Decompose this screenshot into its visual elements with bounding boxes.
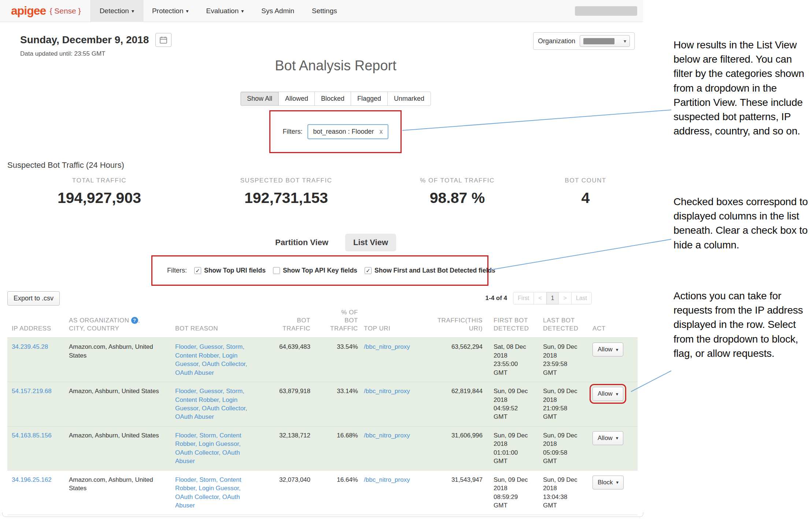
bot-reason-link[interactable]: Storm: [199, 432, 216, 439]
bot-reason-links: Flooder, Storm, Content Robber, Login Gu…: [175, 432, 241, 465]
checkbox-checked-icon[interactable]: ✓: [194, 267, 201, 274]
cell-top-uri: /bbc_nitro_proxy: [361, 470, 421, 515]
annotation-note: Actions you can take for requests from t…: [673, 289, 811, 361]
bot-reason-link[interactable]: Login Guessor: [199, 440, 239, 447]
ip-address-link[interactable]: 54.163.85.156: [12, 432, 52, 439]
bot-reason-link[interactable]: Content Robber: [175, 396, 219, 403]
annotation-note: Checked boxes correspond to displayed co…: [673, 195, 811, 252]
ip-address-link[interactable]: 34.239.45.28: [12, 343, 48, 350]
bot-reason-link[interactable]: Guessor: [199, 388, 222, 395]
page-button-last[interactable]: Last: [571, 292, 592, 304]
bot-reason-link[interactable]: OAuth Abuser: [175, 413, 214, 420]
page-button-prev[interactable]: <: [534, 292, 546, 304]
cell-as-organization: Amazon.com, Ashburn, United States: [66, 470, 172, 515]
bot-reason-link[interactable]: Flooder: [175, 388, 196, 395]
date-block: Sunday, December 9, 2018 Data updated un…: [20, 33, 171, 58]
page-button-first[interactable]: First: [513, 292, 534, 304]
bot-reason-link[interactable]: Content Robber: [175, 352, 219, 359]
tab-allowed[interactable]: Allowed: [278, 92, 315, 106]
close-icon[interactable]: x: [380, 128, 383, 136]
organization-select[interactable]: ▾: [580, 35, 630, 47]
top-uri-link[interactable]: /bbc_nitro_proxy: [364, 388, 410, 395]
stat-total-traffic: TOTAL TRAFFIC194,927,903: [26, 177, 173, 207]
top-uri-link[interactable]: /bbc_nitro_proxy: [364, 343, 410, 350]
cell-bot-traffic: 32,138,712: [251, 426, 313, 470]
bot-reason-link[interactable]: OAuth Abuser: [175, 369, 214, 376]
stat-of-total-traffic: % OF TOTAL TRAFFIC98.87 %: [402, 177, 512, 207]
tab-list-view[interactable]: List View: [345, 234, 396, 251]
calendar-icon: [159, 36, 167, 44]
cell-pct-bot-traffic: 16.68%: [313, 426, 361, 470]
bot-reason-link[interactable]: Flooder: [175, 476, 196, 483]
bot-reason-link[interactable]: Login Guessor: [199, 485, 239, 492]
column-header-ip: IP ADDRESS: [7, 308, 66, 338]
checkbox-show-top-api-key-fields[interactable]: Show Top API Key fields: [273, 267, 357, 274]
cell-action: Allow▾: [584, 338, 638, 382]
bot-reason-links: Flooder, Guessor, Storm, Content Robber,…: [175, 343, 247, 376]
table-row: 54.163.85.156Amazon, Ashburn, United Sta…: [7, 426, 638, 470]
checkbox-show-top-uri-fields[interactable]: ✓Show Top URI fields: [194, 267, 266, 274]
checkbox-show-first-and-last-bot-detected-fields[interactable]: ✓Show First and Last Bot Detected fields: [365, 267, 495, 274]
cell-pct-bot-traffic: 16.64%: [313, 470, 361, 515]
bot-reason-link[interactable]: Flooder: [175, 432, 196, 439]
tab-unmarked[interactable]: Unmarked: [387, 92, 431, 106]
bot-reason-link[interactable]: Storm: [199, 476, 216, 483]
cell-last-bot-detected: Sun, 09 Dec 2018 13:04:38 GMT: [535, 470, 584, 515]
cell-pct-bot-traffic: 33.14%: [313, 382, 361, 426]
nav-item-sys-admin[interactable]: Sys Admin: [252, 0, 303, 22]
top-uri-link[interactable]: /bbc_nitro_proxy: [364, 432, 410, 439]
redacted-account-info: [575, 6, 637, 16]
tab-flagged[interactable]: Flagged: [351, 92, 388, 106]
action-label: Allow: [598, 390, 613, 398]
bot-reason-link[interactable]: OAuth Collector: [202, 361, 246, 367]
question-circle-icon[interactable]: ?: [131, 317, 138, 324]
ip-address-link[interactable]: 54.157.219.68: [12, 388, 52, 395]
page-button-next[interactable]: >: [558, 292, 571, 304]
chevron-down-icon: ▾: [624, 38, 626, 44]
bot-reason-link[interactable]: OAuth Collector: [175, 493, 219, 500]
column-header-pct: % OF BOT TRAFFIC: [313, 308, 361, 338]
page-button-page-1[interactable]: 1: [546, 292, 559, 304]
tab-partition-view[interactable]: Partition View: [275, 238, 328, 247]
bot-reason-link[interactable]: Flooder: [175, 343, 196, 350]
calendar-button[interactable]: [155, 33, 171, 47]
checkbox-checked-icon[interactable]: ✓: [365, 267, 372, 274]
cell-ip-address: 54.163.85.156: [7, 426, 66, 470]
table-header-row: IP ADDRESSAS ORGANIZATION ?, CITY, COUNT…: [7, 308, 638, 338]
column-header-reason: BOT REASON: [172, 308, 251, 338]
bot-reason-link[interactable]: OAuth Collector: [202, 405, 246, 412]
checkbox-unchecked-icon[interactable]: [273, 267, 280, 274]
action-dropdown[interactable]: Allow▾: [593, 343, 623, 356]
ip-address-link[interactable]: 34.196.25.162: [12, 476, 52, 483]
main-nav: Detection▾Protection▾Evaluation▾Sys Admi…: [91, 0, 346, 22]
chevron-down-icon: ▾: [616, 347, 619, 352]
action-dropdown[interactable]: Allow▾: [593, 387, 623, 401]
stat-label: TOTAL TRAFFIC: [26, 177, 173, 184]
stat-bot-count: BOT COUNT4: [549, 177, 622, 207]
connector-line: [402, 110, 671, 130]
nav-item-detection[interactable]: Detection▾: [91, 0, 143, 22]
bot-reason-link[interactable]: Storm: [226, 343, 243, 350]
nav-item-evaluation[interactable]: Evaluation▾: [198, 0, 253, 22]
filter-tag-text: bot_reason : Flooder: [313, 128, 374, 136]
checkbox-label: Show Top URI fields: [204, 267, 266, 274]
bot-reason-link[interactable]: OAuth Collector: [175, 449, 219, 456]
top-uri-link[interactable]: /bbc_nitro_proxy: [364, 476, 410, 483]
nav-item-settings[interactable]: Settings: [303, 0, 346, 22]
filter-tag[interactable]: bot_reason : Flooder x: [307, 124, 388, 139]
chevron-down-icon: ▾: [616, 435, 619, 441]
bot-reason-link[interactable]: Storm: [226, 388, 243, 395]
bot-reason-link[interactable]: Guessor: [199, 343, 222, 350]
cell-as-organization: Amazon, Ashburn, United States: [66, 426, 172, 470]
stats-row: TOTAL TRAFFIC194,927,903SUSPECTED BOT TR…: [0, 177, 643, 225]
cell-pct-bot-traffic: 33.54%: [313, 338, 361, 382]
stat-value: 192,731,153: [213, 189, 359, 207]
cell-action: Block▾: [584, 470, 638, 515]
export-csv-button[interactable]: Export to .csv: [7, 291, 60, 306]
nav-item-protection[interactable]: Protection▾: [143, 0, 198, 22]
action-dropdown[interactable]: Block▾: [593, 476, 624, 489]
action-dropdown[interactable]: Allow▾: [593, 431, 623, 445]
tab-show-all[interactable]: Show All: [240, 92, 279, 106]
cell-bot-reason: Flooder, Storm, Content Robber, Login Gu…: [172, 470, 251, 515]
tab-blocked[interactable]: Blocked: [314, 92, 351, 106]
